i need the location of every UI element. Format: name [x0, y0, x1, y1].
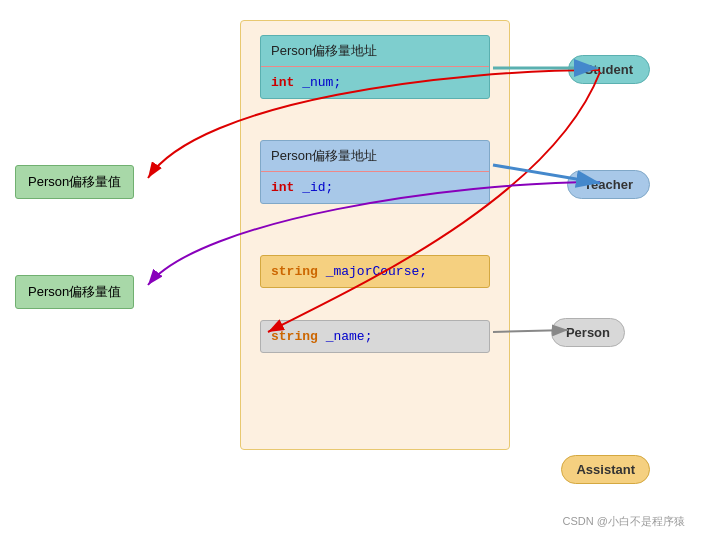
string-keyword-2: string [271, 329, 318, 344]
watermark: CSDN @小白不是程序猿 [563, 514, 685, 529]
int-keyword-1: int [271, 75, 294, 90]
major-course-box: string _majorCourse; [260, 255, 490, 288]
teacher-header: Person偏移量地址 [261, 141, 489, 172]
major-varname: _majorCourse; [326, 264, 427, 279]
name-box: string _name; [260, 320, 490, 353]
id-varname: _id; [302, 180, 333, 195]
int-id-field: int _id; [261, 172, 489, 203]
person-label: Person [551, 318, 625, 347]
student-label: Student [568, 55, 650, 84]
offset-value-box-1: Person偏移量值 [15, 165, 134, 199]
assistant-label: Assistant [561, 455, 650, 484]
num-varname: _num; [302, 75, 341, 90]
teacher-label: Teacher [567, 170, 650, 199]
teacher-memory-box: Person偏移量地址 int _id; [260, 140, 490, 204]
student-header: Person偏移量地址 [261, 36, 489, 67]
offset-value-box-2: Person偏移量值 [15, 275, 134, 309]
string-keyword-1: string [271, 264, 318, 279]
student-memory-box: Person偏移量地址 int _num; [260, 35, 490, 99]
int-num-field: int _num; [261, 67, 489, 98]
name-varname: _name; [326, 329, 373, 344]
int-keyword-2: int [271, 180, 294, 195]
